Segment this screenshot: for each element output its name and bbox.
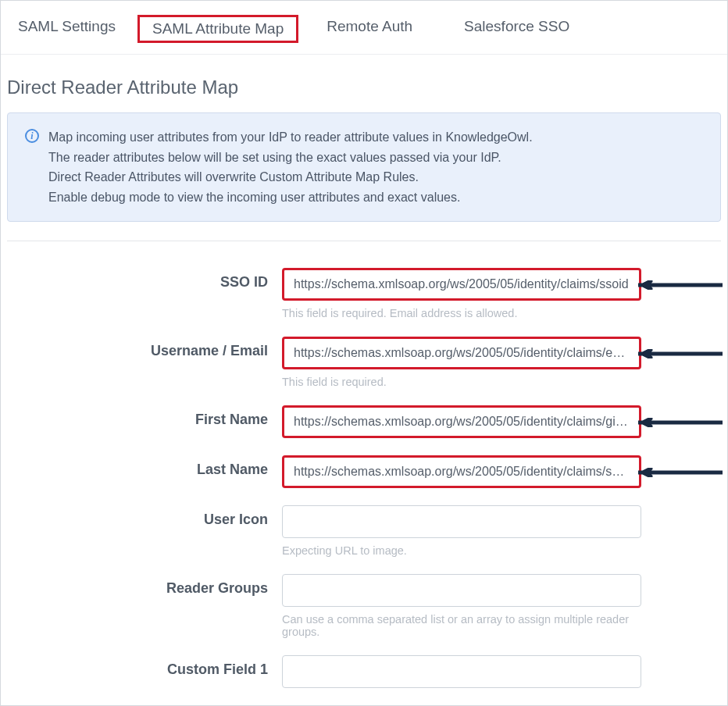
- page-title: Direct Reader Attribute Map: [1, 55, 727, 112]
- tab-remote-auth[interactable]: Remote Auth: [314, 15, 425, 43]
- tab-saml-attribute-map[interactable]: SAML Attribute Map: [137, 15, 298, 43]
- annotation-arrow-icon: [638, 349, 723, 357]
- label-sso-id: SSO ID: [7, 268, 282, 291]
- label-first-name: First Name: [7, 405, 282, 428]
- info-icon: i: [25, 129, 39, 143]
- tab-saml-settings[interactable]: SAML Settings: [18, 15, 128, 43]
- help-sso-id: This field is required. Email address is…: [282, 307, 641, 319]
- input-first-name[interactable]: [282, 405, 641, 438]
- input-sso-id[interactable]: [282, 268, 641, 301]
- info-text: Map incoming user attributes from your I…: [48, 127, 533, 207]
- tab-salesforce-sso[interactable]: Salesforce SSO: [451, 15, 582, 43]
- tab-bar: SAML Settings SAML Attribute Map Remote …: [1, 1, 727, 55]
- input-username-email[interactable]: [282, 337, 641, 369]
- attribute-map-form: SSO ID This field is required. Email add…: [1, 241, 727, 706]
- help-user-icon: Expecting URL to image.: [282, 544, 641, 557]
- info-line-1: Map incoming user attributes from your I…: [48, 127, 533, 148]
- help-username-email: This field is required.: [282, 376, 641, 388]
- input-custom-field-1[interactable]: [282, 655, 641, 688]
- info-line-2: The reader attributes below will be set …: [48, 148, 533, 168]
- input-last-name[interactable]: [282, 455, 641, 488]
- info-line-4: Enable debug mode to view the incoming u…: [48, 187, 533, 208]
- annotation-arrow-icon: [638, 468, 723, 476]
- annotation-arrow-icon: [638, 418, 723, 426]
- input-user-icon[interactable]: [282, 505, 641, 538]
- label-user-icon: User Icon: [7, 505, 282, 528]
- annotation-arrow-icon: [638, 280, 723, 288]
- info-line-3: Direct Reader Attributes will overwrite …: [48, 167, 533, 187]
- info-box: i Map incoming user attributes from your…: [7, 112, 721, 222]
- label-username-email: Username / Email: [7, 337, 282, 359]
- help-reader-groups: Can use a comma separated list or an arr…: [282, 613, 641, 638]
- label-custom-field-1: Custom Field 1: [7, 655, 282, 678]
- label-last-name: Last Name: [7, 455, 282, 478]
- label-reader-groups: Reader Groups: [7, 574, 282, 597]
- input-reader-groups[interactable]: [282, 574, 641, 607]
